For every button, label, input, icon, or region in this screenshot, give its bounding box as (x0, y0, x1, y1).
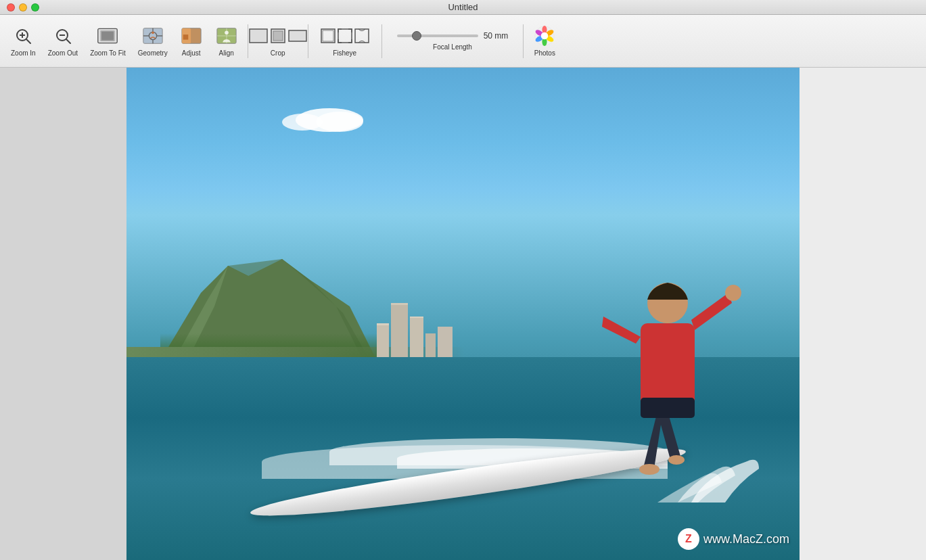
photo-scene: Z www.MacZ.com (126, 68, 800, 560)
svg-rect-46 (641, 398, 695, 418)
fisheye-button[interactable]: Fisheye (312, 22, 377, 60)
spray (624, 421, 759, 503)
zoom-to-fit-button[interactable]: Zoom To Fit (85, 22, 131, 60)
align-icon (216, 25, 237, 47)
geometry-button[interactable]: Geometry (133, 22, 173, 60)
photos-button[interactable]: Photos (528, 22, 561, 60)
svg-rect-28 (321, 29, 335, 43)
main-content: Z www.MacZ.com (0, 68, 926, 560)
svg-point-16 (152, 31, 154, 34)
crop-icon (258, 25, 298, 47)
fisheye-icon (318, 25, 372, 47)
adjust-icon (181, 25, 202, 47)
svg-rect-9 (102, 32, 114, 40)
left-panel (0, 68, 126, 560)
zoom-in-icon (12, 25, 34, 47)
photos-label: Photos (534, 49, 555, 57)
zoom-in-label: Zoom In (11, 49, 36, 57)
geometry-icon (142, 25, 164, 47)
fisheye-label: Fisheye (333, 49, 356, 57)
svg-rect-30 (338, 29, 352, 43)
watermark-logo: Z (678, 528, 699, 550)
crop-label: Crop (271, 49, 285, 57)
separator-3 (381, 24, 382, 58)
minimize-button[interactable] (19, 3, 27, 11)
adjust-button[interactable]: Adjust (175, 22, 208, 60)
mountain (160, 212, 377, 360)
svg-point-45 (725, 285, 741, 301)
focal-length-control: 50 mm Focal Length (386, 31, 519, 51)
svg-rect-24 (250, 29, 267, 43)
close-button[interactable] (7, 3, 15, 11)
cloud-area (282, 101, 384, 135)
separator-4 (523, 24, 524, 58)
buildings (377, 303, 453, 364)
window-title: Untitled (448, 2, 478, 12)
maximize-button[interactable] (31, 3, 39, 11)
photos-icon (534, 25, 555, 47)
svg-rect-19 (183, 34, 188, 40)
align-label: Align (219, 49, 234, 57)
separator-1 (248, 24, 248, 58)
svg-line-3 (26, 39, 30, 43)
titlebar: Untitled (0, 0, 926, 15)
watermark-url: www.MacZ.com (703, 532, 789, 546)
svg-rect-26 (273, 31, 283, 41)
geometry-label: Geometry (138, 49, 168, 57)
zoom-out-icon (52, 25, 74, 47)
photo-display: Z www.MacZ.com (126, 68, 800, 560)
focal-length-slider[interactable] (397, 34, 478, 37)
window-controls[interactable] (7, 3, 39, 11)
focal-length-label: Focal Length (433, 43, 472, 51)
svg-rect-29 (323, 30, 333, 41)
svg-rect-27 (289, 30, 306, 41)
zoom-out-label: Zoom Out (48, 49, 78, 57)
align-button[interactable]: Align (210, 22, 244, 60)
svg-line-6 (66, 39, 70, 43)
zoom-in-button[interactable]: Zoom In (5, 22, 41, 60)
toolbar: Zoom In Zoom Out Zoom To Fit (0, 15, 926, 68)
focal-length-value: 50 mm (484, 31, 509, 41)
zoom-to-fit-label: Zoom To Fit (90, 49, 126, 57)
zoom-out-button[interactable]: Zoom Out (43, 22, 83, 60)
watermark: Z www.MacZ.com (678, 528, 789, 550)
zoom-to-fit-icon (97, 25, 118, 47)
crop-button[interactable]: Crop (252, 22, 304, 60)
separator-2 (308, 24, 308, 58)
svg-point-39 (541, 32, 549, 40)
adjust-label: Adjust (182, 49, 201, 57)
